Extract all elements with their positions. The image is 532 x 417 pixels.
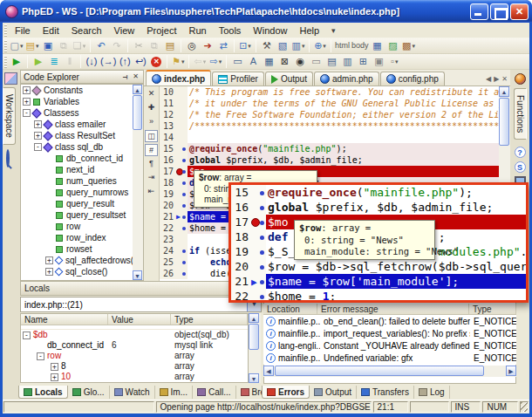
tree-item-db-connect-id[interactable]: db_connect_id [21, 153, 143, 164]
locals-column-type[interactable]: Type [171, 314, 248, 325]
panel-tab-transfers[interactable]: Transfers [357, 386, 414, 399]
functions-icon[interactable] [515, 73, 526, 85]
locals-row[interactable]: +10array [21, 372, 248, 382]
deploy-button[interactable]: ▥▾ [290, 38, 306, 53]
close-icon[interactable]: ✕ [131, 72, 140, 82]
cut-button[interactable]: ✂ [131, 38, 147, 53]
dropdown-arrow-icon[interactable]: ▾ [20, 43, 24, 50]
dropdown-arrow-icon[interactable]: ▾ [219, 58, 222, 65]
tree-item-variables[interactable]: +Variables [21, 96, 143, 107]
menu-item-tools[interactable]: Tools [213, 24, 248, 38]
tree-item-query-resultset[interactable]: query_resultset [21, 209, 143, 221]
panel-tab-glo[interactable]: Glo... [68, 386, 110, 399]
insert-image-button[interactable]: ▨ [385, 38, 401, 53]
expand-icon[interactable]: + [45, 256, 53, 264]
errors-scrollbar[interactable]: ◀ ▶ [263, 366, 516, 377]
insert-snippet-button[interactable]: ▩▾ [401, 38, 417, 53]
new-file-button[interactable]: ▢▾ [9, 38, 24, 53]
locals-row[interactable]: -rowarray [21, 351, 248, 361]
panel-tab-output[interactable]: Output [310, 386, 357, 399]
tab-config-php[interactable]: config.php [380, 72, 445, 85]
tools-button[interactable]: ⚒ [259, 38, 275, 53]
sync-view-icon[interactable]: ✚ [145, 102, 158, 114]
menu-item-file[interactable]: File [9, 24, 37, 38]
expand-icon[interactable]: + [23, 98, 31, 106]
copy-button[interactable]: ⧉ [147, 38, 162, 53]
tree-item-row-index[interactable]: row_index [21, 232, 143, 243]
errors-column-error-message[interactable]: Error message [317, 304, 469, 314]
run-to-cursor-button[interactable]: ▶ [31, 54, 46, 69]
step-over-button[interactable]: (→) [99, 54, 117, 69]
close-button[interactable] [510, 3, 529, 20]
tree-item-row[interactable]: row [21, 221, 143, 232]
resize-grip[interactable] [520, 401, 528, 412]
title-bar[interactable]: PhpED - WS - [D:\Program Files\nusphere\… [0, 0, 532, 23]
errors-column-location[interactable]: Location [263, 304, 317, 314]
redo-button[interactable]: ↷ [109, 38, 125, 53]
locals-column-value[interactable]: Value [108, 314, 171, 325]
expand-icon[interactable]: + [51, 373, 58, 381]
panel-tab-errors[interactable]: Errors [262, 386, 310, 399]
tree-item-class-sql-db[interactable]: -class sql_db [21, 141, 143, 153]
zoom-button[interactable]: ⊕▾ [312, 38, 328, 53]
profiler-button[interactable]: ≣ [46, 54, 62, 69]
step-into-button[interactable]: (↓) [84, 54, 99, 69]
tab-index-php[interactable]: index.php [146, 70, 211, 85]
form-radio-icon[interactable]: ◉ [292, 54, 308, 69]
form-label-icon[interactable]: A [245, 54, 261, 69]
expand-icon[interactable]: - [23, 109, 31, 117]
project-properties-button[interactable]: ▧ [275, 38, 290, 53]
outdent-icon[interactable]: ⇤ [145, 186, 158, 198]
tab-profiler[interactable]: Profiler [212, 72, 264, 85]
locals-row[interactable]: +8array [21, 361, 248, 372]
nav-forward-button[interactable]: ⇨▾ [208, 54, 223, 69]
tree-item-query-numrows[interactable]: query_numrows [21, 187, 143, 198]
tab-scroll-right-icon[interactable]: ▶ [494, 75, 499, 83]
expand-icon[interactable]: + [23, 86, 31, 94]
code-explorer-scrollbar[interactable]: ▲ ▼ [133, 85, 143, 280]
tree-item-sql-affectedrows[interactable]: +sql_affectedrows() [21, 255, 143, 266]
menu-item-search[interactable]: Search [65, 24, 108, 38]
menu-item-window[interactable]: Window [247, 24, 293, 38]
maximize-button[interactable] [490, 3, 508, 20]
save-button[interactable]: ▣ [40, 38, 56, 53]
expand-icon[interactable]: - [37, 352, 44, 360]
error-row[interactable]: imainfile.p...ob_end_clean(): failed to … [263, 315, 516, 327]
tree-item-query-result[interactable]: query_result [21, 198, 143, 209]
insert-table-button[interactable]: ▦ [370, 38, 385, 53]
open-file-button[interactable]: ▤▾ [24, 38, 40, 53]
paste-button[interactable]: ▤ [162, 38, 178, 53]
locals-row[interactable]: -$dbobject(sql_db) [21, 330, 248, 340]
nav-back-button[interactable]: ⇦▾ [192, 54, 208, 69]
run-button[interactable]: ▶ [9, 54, 24, 69]
break-button[interactable]: ⚑▾ [170, 54, 186, 69]
dropdown-arrow-icon[interactable]: ▾ [395, 58, 399, 65]
form-window-icon[interactable]: ▭ [229, 54, 245, 69]
expand-icon[interactable]: + [51, 363, 58, 371]
dropdown-arrow-icon[interactable]: ▾ [412, 43, 415, 50]
pin-icon[interactable]: T [119, 72, 129, 82]
tab-close-icon[interactable]: ✕ [501, 75, 508, 83]
form-grid-icon[interactable]: ▦ [261, 54, 276, 69]
find-button[interactable]: ◎ [184, 38, 200, 53]
tree-item-class-resultset[interactable]: +class ResultSet [21, 130, 143, 141]
menu-item-edit[interactable]: Edit [37, 24, 65, 38]
menu-item-run[interactable]: Run [182, 24, 212, 38]
line-numbers-icon[interactable]: # [145, 144, 158, 156]
strip-close-icon[interactable]: ✕ [145, 88, 158, 100]
grip-handle[interactable] [4, 40, 7, 52]
locals-column-name[interactable]: Name [21, 314, 108, 325]
expand-icon[interactable]: - [23, 332, 31, 339]
html-tag-button[interactable]: html [334, 38, 351, 53]
panel-tab-call[interactable]: Call... [193, 386, 236, 399]
tree-item-constants[interactable]: +Constants [21, 85, 143, 96]
panel-tab-im[interactable]: Im... [155, 386, 193, 399]
tab-output[interactable]: Output [265, 72, 313, 85]
tab-scroll-left-icon[interactable]: ◀ [486, 75, 491, 83]
grip-handle[interactable] [4, 24, 7, 37]
help-icon[interactable]: ? [515, 147, 526, 158]
error-row[interactable]: ilang-engli...Constant _YOUHAVE already … [263, 339, 516, 352]
indent-icon[interactable]: ⇥ [145, 172, 158, 184]
panel-tab-watch[interactable]: Watch [110, 386, 155, 399]
form-edit-icon[interactable]: ▭ [308, 54, 324, 69]
